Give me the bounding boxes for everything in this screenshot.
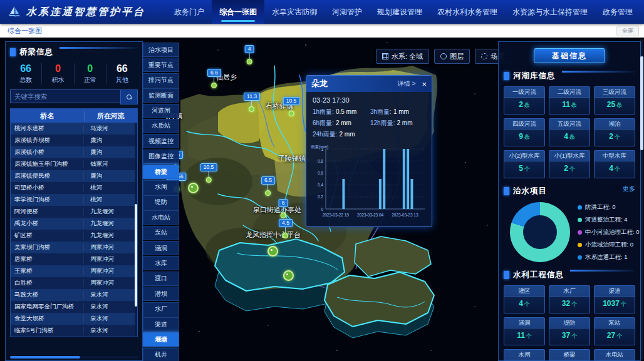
cell-river-name: 桃河 — [84, 196, 137, 204]
search-input[interactable] — [10, 89, 120, 103]
nav-item[interactable]: 政务管理 — [595, 0, 640, 24]
table-row[interactable]: 临家5号门沟桥泉水河 — [11, 325, 137, 337]
bridge-panel-header: 桥梁信息 — [10, 46, 138, 58]
legend-label: 水系连通工程: 1 — [585, 253, 628, 262]
map-pin[interactable]: 4.5 — [279, 219, 293, 238]
legend-dot — [578, 255, 582, 260]
table-row[interactable]: 原溪镇便民桥廉沟 — [11, 170, 137, 182]
cell-river-name: 周家冲河 — [84, 255, 137, 263]
layer-item[interactable]: 水库 — [143, 256, 179, 270]
nav-item[interactable]: 规划建设管理 — [370, 0, 430, 24]
table-row[interactable]: 原溪镇施玉串门沟桥钱家河 — [11, 158, 137, 170]
basic-info-tab[interactable]: 基础信息 — [534, 48, 605, 63]
table-row[interactable]: 食堂大坝桥泉水河 — [11, 313, 137, 325]
nav-item[interactable]: 移民工作管理 — [640, 0, 644, 24]
scroll-thumb[interactable] — [135, 204, 137, 307]
control-label: 图层 — [450, 52, 464, 61]
table-horizontal-scrollbar[interactable] — [10, 356, 138, 358]
bridge-stats: 66总数0积水0正常66其他 — [10, 63, 138, 84]
breadcrumb[interactable]: 综合一张图 — [8, 26, 42, 36]
table-row[interactable]: 司望桥小桥桃河 — [11, 182, 137, 194]
layer-item[interactable]: 河道闸 — [143, 104, 179, 118]
map-control-grid[interactable]: 水系: 全域 — [376, 49, 429, 64]
layer-item[interactable]: 排污节点 — [143, 73, 179, 88]
close-icon[interactable]: × — [422, 80, 427, 88]
table-row[interactable]: 白胜桥周家冲河 — [11, 277, 137, 289]
card-value: 5个 — [504, 161, 544, 178]
scroll-thumb[interactable] — [640, 56, 643, 150]
nav-item[interactable]: 政务门户 — [167, 0, 212, 24]
pin-value-badge: 4.5 — [279, 219, 293, 227]
station-marker-icon[interactable] — [283, 270, 294, 281]
map-pin[interactable]: 11.3 — [244, 93, 260, 112]
table-row[interactable]: 桃河东道桥马滚河 — [11, 123, 137, 135]
info-card: 渠道1037个 — [594, 285, 635, 313]
card-unit: 个 — [616, 332, 622, 340]
more-link[interactable]: 更多 — [623, 185, 635, 193]
table-row[interactable]: 吴家坝门沟桥周家冲河 — [11, 242, 137, 253]
table-row[interactable]: 马践大桥泉水河 — [11, 289, 137, 301]
table-vertical-scrollbar[interactable] — [135, 123, 137, 337]
map-pin[interactable]: 6.5 — [261, 176, 275, 196]
map-pin[interactable]: 4 — [245, 45, 254, 64]
layer-item[interactable]: 渠道 — [143, 317, 179, 332]
table-row[interactable]: 国家电网零金门厂沟桥泉水河 — [11, 301, 137, 313]
fullscreen-button[interactable]: 全屏 — [616, 26, 639, 36]
nav-item[interactable]: 水资源与水土保持管理 — [505, 0, 595, 24]
layer-item[interactable]: 水电站 — [143, 210, 179, 225]
scene-icon — [481, 53, 487, 59]
stat-value: 66 — [106, 63, 138, 74]
layer-item[interactable]: 潜坝 — [143, 287, 179, 301]
map-pin[interactable]: 6 — [279, 199, 288, 218]
table-row[interactable]: 阿河便桥九龙堰河 — [11, 206, 137, 218]
station-marker-icon[interactable] — [188, 183, 199, 193]
card-unit: 个 — [621, 300, 626, 308]
card-label: 水闸 — [504, 350, 544, 360]
cell-bridge-name: 王家桥 — [11, 267, 84, 275]
nav-item[interactable]: 水旱灾害防御 — [264, 0, 325, 24]
map-pin[interactable]: 10.5 — [200, 163, 217, 183]
layer-item[interactable]: 堰塘 — [143, 332, 179, 347]
card-label: 涵洞 — [504, 318, 544, 328]
layer-item[interactable]: 涵洞 — [143, 241, 179, 255]
table-row[interactable]: 唐家桥周家冲河 — [11, 253, 137, 265]
layer-item[interactable]: 桥梁 — [143, 165, 179, 179]
map-pin[interactable]: 10.5 — [283, 97, 300, 116]
page-scrollbar[interactable] — [640, 39, 643, 360]
map-pin[interactable]: 6.6 — [207, 69, 221, 88]
layer-item[interactable]: 水闸 — [143, 180, 179, 195]
layer-item[interactable]: 重要节点 — [143, 58, 179, 72]
table-row[interactable]: 李学祝门沟桥桃河 — [11, 194, 137, 206]
layer-item[interactable]: 泵站 — [143, 226, 179, 240]
layer-item[interactable]: 视频监控 — [143, 134, 179, 148]
layer-item[interactable]: 治水项目 — [143, 43, 179, 57]
layer-item[interactable]: 渡口 — [143, 272, 179, 286]
layer-item[interactable]: 堤防 — [143, 195, 179, 210]
pin-stem — [249, 53, 249, 59]
scroll-thumb[interactable] — [10, 356, 80, 358]
table-row[interactable]: 原溪镇齐坝桥廉沟 — [11, 135, 137, 146]
map-control-round[interactable]: 图层 — [434, 49, 470, 64]
cell-bridge-name: 食堂大坝桥 — [11, 315, 84, 323]
table-row[interactable]: 禹龙小桥九龙堰河 — [11, 218, 137, 230]
popup-detail-link[interactable]: 详情 > — [398, 79, 416, 88]
basic-info-panel: 基础信息 河湖库信息 一级河流2条二级河流11条三级河流25条四级河流9条五级河… — [498, 41, 641, 361]
info-card: 三级河流25条 — [594, 86, 635, 114]
card-value: 11个 — [504, 328, 544, 345]
table-row[interactable]: 原溪镇小桥廉沟 — [11, 146, 137, 158]
cell-bridge-name: 李学祝门沟桥 — [11, 196, 84, 204]
layer-item[interactable]: 图像监控 — [143, 150, 179, 164]
station-marker-icon[interactable] — [267, 246, 278, 257]
layer-item[interactable]: 水厂 — [143, 302, 179, 317]
search-button[interactable] — [120, 89, 138, 104]
table-row[interactable]: 矿区桥九龙堰河 — [11, 230, 137, 242]
svg-text:雨量(mm): 雨量(mm) — [311, 145, 328, 150]
layer-item[interactable]: 监测断面 — [143, 88, 179, 103]
table-row[interactable]: 王家桥周家冲河 — [11, 265, 137, 277]
layer-item[interactable]: 机井 — [143, 348, 179, 361]
layer-item[interactable]: 水质站 — [143, 119, 179, 133]
nav-item[interactable]: 河湖管护 — [325, 0, 370, 24]
nav-item[interactable]: 综合一张图 — [212, 0, 264, 24]
nav-item[interactable]: 农村水利水务管理 — [430, 0, 505, 24]
stat-value: 66 — [10, 63, 41, 74]
